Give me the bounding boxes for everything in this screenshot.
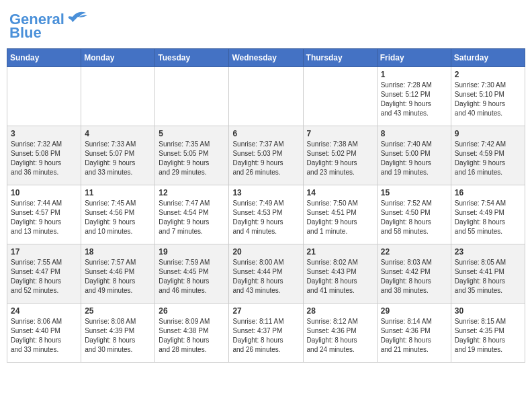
calendar-cell: 1Sunrise: 7:28 AM Sunset: 5:12 PM Daylig… [377, 67, 451, 126]
calendar-cell: 19Sunrise: 7:59 AM Sunset: 4:45 PM Dayli… [155, 244, 229, 304]
calendar-cell: 26Sunrise: 8:09 AM Sunset: 4:38 PM Dayli… [155, 304, 229, 363]
calendar-table: SundayMondayTuesdayWednesdayThursdayFrid… [7, 48, 525, 363]
day-number: 16 [455, 188, 521, 197]
day-info: Sunrise: 7:38 AM Sunset: 5:02 PM Dayligh… [307, 140, 373, 177]
day-info: Sunrise: 7:44 AM Sunset: 4:57 PM Dayligh… [11, 199, 77, 236]
calendar-cell: 25Sunrise: 8:08 AM Sunset: 4:39 PM Dayli… [81, 304, 155, 363]
day-info: Sunrise: 7:57 AM Sunset: 4:46 PM Dayligh… [85, 258, 151, 295]
day-info: Sunrise: 7:50 AM Sunset: 4:51 PM Dayligh… [307, 199, 373, 236]
logo: General Blue [9, 11, 87, 42]
day-number: 3 [11, 129, 77, 138]
calendar-cell: 5Sunrise: 7:35 AM Sunset: 5:05 PM Daylig… [155, 126, 229, 185]
day-info: Sunrise: 8:12 AM Sunset: 4:36 PM Dayligh… [307, 317, 373, 355]
day-number: 21 [307, 247, 373, 257]
day-header-tuesday: Tuesday [155, 49, 229, 67]
day-info: Sunrise: 8:00 AM Sunset: 4:44 PM Dayligh… [232, 258, 299, 295]
day-number: 7 [307, 129, 373, 138]
day-info: Sunrise: 7:45 AM Sunset: 4:56 PM Dayligh… [85, 199, 151, 236]
day-number: 13 [232, 188, 299, 197]
day-number: 4 [85, 129, 151, 138]
week-row-1: 1Sunrise: 7:28 AM Sunset: 5:12 PM Daylig… [7, 67, 525, 126]
calendar-cell: 28Sunrise: 8:12 AM Sunset: 4:36 PM Dayli… [303, 304, 377, 363]
week-row-2: 3Sunrise: 7:32 AM Sunset: 5:08 PM Daylig… [7, 126, 525, 185]
day-info: Sunrise: 7:32 AM Sunset: 5:08 PM Dayligh… [11, 140, 77, 177]
calendar-cell: 18Sunrise: 7:57 AM Sunset: 4:46 PM Dayli… [81, 244, 155, 304]
day-info: Sunrise: 8:09 AM Sunset: 4:38 PM Dayligh… [159, 317, 225, 355]
day-info: Sunrise: 7:40 AM Sunset: 5:00 PM Dayligh… [381, 140, 447, 177]
day-header-monday: Monday [81, 49, 155, 67]
day-info: Sunrise: 7:33 AM Sunset: 5:07 PM Dayligh… [85, 140, 151, 177]
day-number: 17 [11, 247, 77, 257]
day-info: Sunrise: 8:05 AM Sunset: 4:41 PM Dayligh… [455, 258, 521, 295]
day-number: 26 [159, 306, 225, 316]
calendar-cell: 29Sunrise: 8:14 AM Sunset: 4:36 PM Dayli… [377, 304, 451, 363]
calendar-cell: 7Sunrise: 7:38 AM Sunset: 5:02 PM Daylig… [303, 126, 377, 185]
day-number: 23 [455, 247, 521, 257]
calendar-cell: 23Sunrise: 8:05 AM Sunset: 4:41 PM Dayli… [451, 244, 525, 304]
day-info: Sunrise: 7:52 AM Sunset: 4:50 PM Dayligh… [381, 199, 447, 236]
day-info: Sunrise: 8:06 AM Sunset: 4:40 PM Dayligh… [11, 317, 77, 355]
day-info: Sunrise: 7:55 AM Sunset: 4:47 PM Dayligh… [11, 258, 77, 295]
day-info: Sunrise: 7:49 AM Sunset: 4:53 PM Dayligh… [232, 199, 299, 236]
day-info: Sunrise: 7:59 AM Sunset: 4:45 PM Dayligh… [159, 258, 225, 295]
logo-blue-text: Blue [9, 24, 42, 42]
day-number: 27 [232, 306, 299, 316]
week-row-4: 17Sunrise: 7:55 AM Sunset: 4:47 PM Dayli… [7, 244, 525, 304]
calendar-cell: 13Sunrise: 7:49 AM Sunset: 4:53 PM Dayli… [229, 185, 303, 244]
calendar-cell [303, 67, 377, 126]
day-number: 25 [85, 306, 151, 316]
day-info: Sunrise: 7:37 AM Sunset: 5:03 PM Dayligh… [232, 140, 299, 177]
calendar-cell: 6Sunrise: 7:37 AM Sunset: 5:03 PM Daylig… [229, 126, 303, 185]
day-info: Sunrise: 7:42 AM Sunset: 4:59 PM Dayligh… [455, 140, 521, 177]
calendar-cell: 27Sunrise: 8:11 AM Sunset: 4:37 PM Dayli… [229, 304, 303, 363]
day-number: 22 [381, 247, 447, 257]
calendar-cell: 14Sunrise: 7:50 AM Sunset: 4:51 PM Dayli… [303, 185, 377, 244]
day-number: 14 [307, 188, 373, 197]
day-number: 19 [159, 247, 225, 257]
day-info: Sunrise: 7:54 AM Sunset: 4:49 PM Dayligh… [455, 199, 521, 236]
day-number: 20 [232, 247, 299, 257]
calendar-cell: 21Sunrise: 8:02 AM Sunset: 4:43 PM Dayli… [303, 244, 377, 304]
day-number: 29 [381, 306, 447, 316]
calendar-cell: 16Sunrise: 7:54 AM Sunset: 4:49 PM Dayli… [451, 185, 525, 244]
day-number: 1 [381, 70, 447, 79]
day-info: Sunrise: 7:28 AM Sunset: 5:12 PM Dayligh… [381, 81, 447, 118]
calendar-cell: 3Sunrise: 7:32 AM Sunset: 5:08 PM Daylig… [7, 126, 81, 185]
day-number: 10 [11, 188, 77, 197]
day-number: 2 [455, 70, 521, 79]
day-info: Sunrise: 7:30 AM Sunset: 5:10 PM Dayligh… [455, 81, 521, 118]
day-number: 15 [381, 188, 447, 197]
day-number: 24 [11, 306, 77, 316]
calendar-cell: 4Sunrise: 7:33 AM Sunset: 5:07 PM Daylig… [81, 126, 155, 185]
calendar-cell: 30Sunrise: 8:15 AM Sunset: 4:35 PM Dayli… [451, 304, 525, 363]
day-number: 30 [455, 306, 521, 316]
day-header-thursday: Thursday [303, 49, 377, 67]
day-number: 11 [85, 188, 151, 197]
day-info: Sunrise: 7:35 AM Sunset: 5:05 PM Dayligh… [159, 140, 225, 177]
week-row-5: 24Sunrise: 8:06 AM Sunset: 4:40 PM Dayli… [7, 304, 525, 363]
calendar-cell: 15Sunrise: 7:52 AM Sunset: 4:50 PM Dayli… [377, 185, 451, 244]
day-number: 28 [307, 306, 373, 316]
day-info: Sunrise: 8:11 AM Sunset: 4:37 PM Dayligh… [232, 317, 299, 355]
day-header-sunday: Sunday [7, 49, 81, 67]
calendar-cell: 2Sunrise: 7:30 AM Sunset: 5:10 PM Daylig… [451, 67, 525, 126]
day-header-saturday: Saturday [451, 49, 525, 67]
day-info: Sunrise: 8:15 AM Sunset: 4:35 PM Dayligh… [455, 317, 521, 355]
calendar-cell [155, 67, 229, 126]
calendar-body: 1Sunrise: 7:28 AM Sunset: 5:12 PM Daylig… [7, 67, 525, 363]
calendar-cell [7, 67, 81, 126]
day-number: 9 [455, 129, 521, 138]
week-row-3: 10Sunrise: 7:44 AM Sunset: 4:57 PM Dayli… [7, 185, 525, 244]
calendar-cell: 22Sunrise: 8:03 AM Sunset: 4:42 PM Dayli… [377, 244, 451, 304]
day-number: 6 [232, 129, 299, 138]
day-info: Sunrise: 8:14 AM Sunset: 4:36 PM Dayligh… [381, 317, 447, 355]
calendar-cell: 11Sunrise: 7:45 AM Sunset: 4:56 PM Dayli… [81, 185, 155, 244]
calendar-cell: 10Sunrise: 7:44 AM Sunset: 4:57 PM Dayli… [7, 185, 81, 244]
calendar-cell: 9Sunrise: 7:42 AM Sunset: 4:59 PM Daylig… [451, 126, 525, 185]
day-number: 18 [85, 247, 151, 257]
day-header-friday: Friday [377, 49, 451, 67]
day-info: Sunrise: 8:03 AM Sunset: 4:42 PM Dayligh… [381, 258, 447, 295]
day-number: 5 [159, 129, 225, 138]
day-info: Sunrise: 8:08 AM Sunset: 4:39 PM Dayligh… [85, 317, 151, 355]
page-header: General Blue [7, 7, 525, 46]
